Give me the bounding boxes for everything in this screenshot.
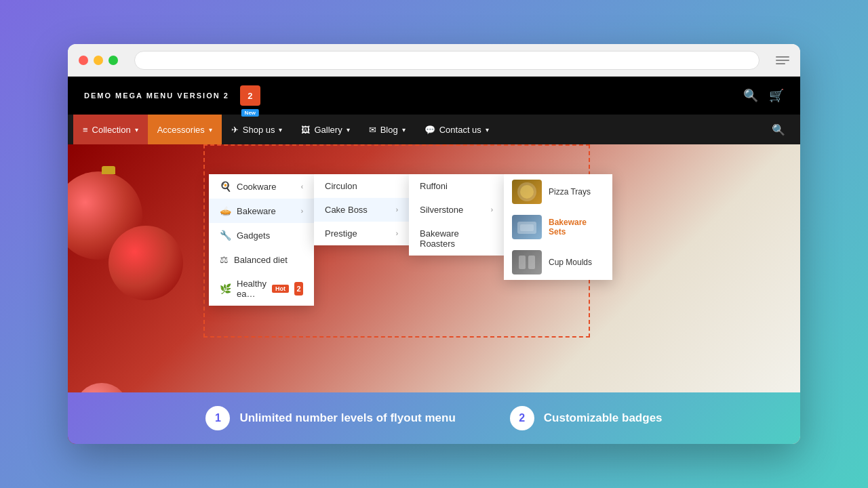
- ruffoni-label: Ruffoni: [420, 181, 493, 191]
- cup-moulds-label: Cup Moulds: [549, 258, 592, 267]
- dropdown-level4: Pizza Trays Bakeware Sets: [504, 174, 612, 280]
- store-container: DEMO MEGA MENU VERSION 2 2 New 🔍 🛒 ≡ Col…: [68, 77, 800, 444]
- bakeware-sets-thumbnail: [512, 215, 542, 239]
- collection-label: Collection: [92, 125, 131, 135]
- dropdown-item-cakeboss[interactable]: Cake Boss ›: [314, 198, 409, 222]
- dropdown-item-silverstone[interactable]: Silverstone ›: [409, 198, 504, 222]
- cart-icon[interactable]: 🛒: [769, 88, 784, 103]
- dropdown-item-cookware[interactable]: 🍳 Cookware ‹: [209, 174, 314, 199]
- hot-badge: Hot: [272, 285, 289, 293]
- gadgets-label: Gadgets: [237, 230, 303, 241]
- menu-bar: ≡ Collection ▾ Accessories ▾ ✈ Shop us ▾…: [68, 115, 800, 144]
- blog-label: Blog: [380, 125, 398, 135]
- chevron-right-icon: ›: [396, 230, 398, 237]
- version-badge: 2 New: [240, 85, 260, 106]
- minimize-button[interactable]: [94, 56, 103, 65]
- chevron-down-icon: ▾: [279, 126, 282, 134]
- address-bar[interactable]: [134, 51, 760, 70]
- gallery-label: Gallery: [314, 125, 342, 135]
- menu-item-collection[interactable]: ≡ Collection ▾: [73, 115, 148, 144]
- chevron-right-icon: ›: [396, 206, 398, 214]
- info-num-1: 1: [205, 406, 230, 430]
- christmas-ball-medium: [108, 226, 183, 300]
- dropdown-item-pizza-trays[interactable]: Pizza Trays: [504, 174, 612, 209]
- svg-rect-5: [528, 256, 535, 269]
- svg-rect-3: [520, 224, 534, 231]
- svg-point-1: [520, 185, 534, 199]
- chevron-right-icon: ›: [301, 207, 303, 215]
- shopus-label: Shop us: [243, 125, 275, 135]
- ornament-cap: [102, 166, 115, 174]
- pizza-trays-thumbnail: [512, 180, 542, 204]
- chevron-down-icon: ▾: [486, 126, 489, 134]
- chevron-down-icon: ▾: [347, 126, 350, 134]
- dropdown-level1: 🍳 Cookware ‹ 🥧 Bakeware › 🔧 Gadgets ⚖ Ba…: [209, 174, 314, 306]
- info-text-1: Unlimited number levels of flyout menu: [239, 411, 455, 425]
- info-item-1: 1 Unlimited number levels of flyout menu: [205, 406, 455, 430]
- accessories-label: Accessories: [157, 125, 205, 135]
- chevron-down-icon: ▾: [209, 126, 212, 134]
- chevron-down-icon: ▾: [135, 126, 138, 134]
- pizza-trays-label: Pizza Trays: [549, 187, 591, 197]
- top-navbar: DEMO MEGA MENU VERSION 2 2 New 🔍 🛒: [68, 77, 800, 115]
- menu-item-contact[interactable]: 💬 Contact us ▾: [415, 115, 498, 144]
- menu-item-shopus[interactable]: ✈ Shop us ▾: [222, 115, 292, 144]
- grid-icon: ≡: [83, 125, 88, 135]
- healthy-icon: 🌿: [220, 283, 231, 294]
- balanced-icon: ⚖: [220, 254, 229, 265]
- contact-label: Contact us: [439, 125, 481, 135]
- bakeware-label: Bakeware: [237, 206, 296, 216]
- dropdown-level3: Ruffoni Silverstone › Bakeware Roasters: [409, 174, 504, 256]
- menu-search-icon[interactable]: 🔍: [762, 123, 795, 136]
- silverstone-label: Silverstone: [420, 205, 491, 215]
- chat-icon: 💬: [425, 125, 435, 135]
- nav-icons: 🔍 🛒: [743, 88, 784, 103]
- dropdown-item-bakeware[interactable]: 🥧 Bakeware ›: [209, 199, 314, 223]
- svg-rect-4: [519, 256, 526, 269]
- dropdown-item-healthy[interactable]: 🌿 Healthy ea… Hot 2: [209, 272, 314, 306]
- cup-moulds-thumbnail: [512, 250, 542, 274]
- dropdown-item-cup-moulds[interactable]: Cup Moulds: [504, 245, 612, 280]
- send-icon: ✉: [369, 125, 376, 135]
- search-icon[interactable]: 🔍: [743, 88, 758, 103]
- balanced-label: Balanced diet: [234, 255, 303, 265]
- dropdown-item-balanced[interactable]: ⚖ Balanced diet: [209, 247, 314, 272]
- browser-window: DEMO MEGA MENU VERSION 2 2 New 🔍 🛒 ≡ Col…: [68, 44, 800, 444]
- browser-chrome: [68, 44, 800, 77]
- dropdown-item-circulon[interactable]: Circulon: [314, 174, 409, 198]
- chevron-right-icon: ›: [491, 206, 493, 214]
- circulon-label: Circulon: [325, 181, 398, 191]
- menu-item-blog[interactable]: ✉ Blog ▾: [359, 115, 415, 144]
- bakeware-sets-label: Bakeware Sets: [549, 218, 604, 237]
- new-badge: New: [241, 109, 259, 117]
- info-item-2: 2 Customizable badges: [510, 406, 663, 430]
- close-button[interactable]: [79, 56, 88, 65]
- bakeware-roasters-label: Bakeware Roasters: [420, 228, 493, 249]
- chevron-right-icon: ‹: [301, 183, 303, 190]
- image-icon: 🖼: [301, 125, 310, 135]
- bakeware-icon: 🥧: [220, 205, 231, 216]
- gadgets-icon: 🔧: [220, 230, 231, 241]
- info-bar: 1 Unlimited number levels of flyout menu…: [68, 392, 800, 444]
- info-num-2: 2: [510, 406, 534, 430]
- browser-menu-icon[interactable]: [776, 56, 789, 64]
- dropdown-level2: Circulon Cake Boss › Prestige ›: [314, 174, 409, 245]
- dropdown-item-bakeware-roasters[interactable]: Bakeware Roasters: [409, 222, 504, 256]
- chevron-down-icon: ▾: [402, 126, 406, 134]
- healthy-label: Healthy ea…: [237, 279, 267, 299]
- dropdown-item-ruffoni[interactable]: Ruffoni: [409, 174, 504, 198]
- tag-icon: ✈: [231, 125, 239, 135]
- dropdown-item-prestige[interactable]: Prestige ›: [314, 222, 409, 245]
- cookware-icon: 🍳: [220, 181, 231, 192]
- cakeboss-label: Cake Boss: [325, 205, 396, 215]
- menu-item-gallery[interactable]: 🖼 Gallery ▾: [292, 115, 359, 144]
- prestige-label: Prestige: [325, 228, 396, 239]
- store-title: DEMO MEGA MENU VERSION 2: [84, 92, 229, 100]
- dropdown-item-gadgets[interactable]: 🔧 Gadgets: [209, 223, 314, 247]
- num-badge-2: 2: [294, 282, 303, 296]
- maximize-button[interactable]: [108, 56, 118, 65]
- menu-item-accessories[interactable]: Accessories ▾: [148, 115, 222, 144]
- dropdown-item-bakeware-sets[interactable]: Bakeware Sets: [504, 209, 612, 245]
- cookware-label: Cookware: [237, 182, 296, 192]
- info-text-2: Customizable badges: [544, 411, 663, 425]
